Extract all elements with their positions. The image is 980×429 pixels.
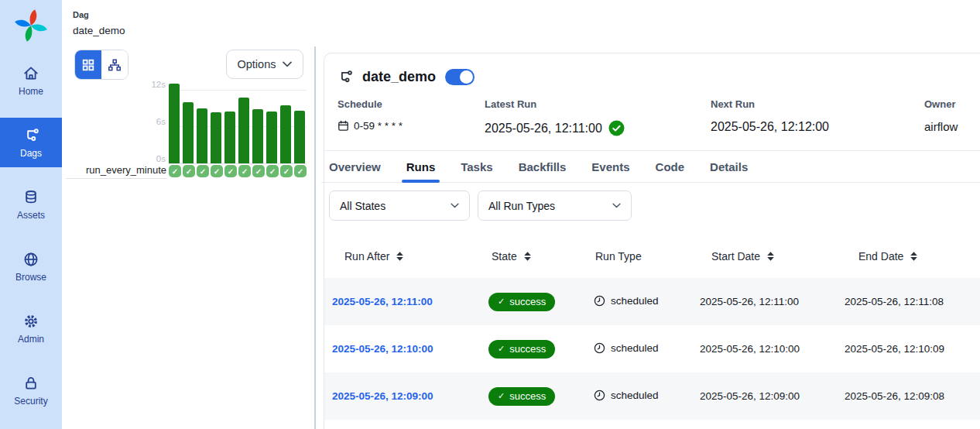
panel-resize-handle[interactable] — [314, 46, 316, 429]
success-check-circle-icon — [608, 120, 625, 136]
dag-pause-toggle[interactable] — [445, 69, 475, 85]
duration-bar[interactable] — [266, 112, 277, 163]
run-type-label: scheduled — [611, 342, 659, 354]
status-label: success — [509, 390, 546, 402]
calendar-icon — [338, 120, 349, 132]
status-badge: ✓success — [488, 387, 555, 406]
tab-overview[interactable]: Overview — [321, 151, 389, 182]
grid-icon — [81, 58, 95, 72]
sidebar-item-browse[interactable]: Browse — [0, 242, 62, 291]
tab-tasks[interactable]: Tasks — [453, 151, 500, 182]
tab-code[interactable]: Code — [648, 151, 693, 182]
task-run-state-badge[interactable]: ✓ — [224, 165, 237, 177]
airflow-logo[interactable] — [12, 5, 50, 46]
clock-icon — [594, 342, 605, 354]
state-filter-select[interactable]: All States — [329, 190, 470, 221]
task-run-state-badge[interactable]: ✓ — [238, 165, 251, 177]
task-run-state-badge[interactable]: ✓ — [280, 165, 293, 177]
database-icon — [22, 189, 39, 206]
task-run-state-badge[interactable]: ✓ — [294, 165, 307, 177]
graph-view-button[interactable] — [101, 50, 128, 79]
sort-icon[interactable] — [523, 251, 533, 262]
end-date: 2025-05-26, 12:10:09 — [845, 343, 944, 355]
duration-bar[interactable] — [224, 112, 235, 163]
task-run-state-badge[interactable]: ✓ — [197, 165, 209, 177]
duration-bar[interactable] — [211, 112, 221, 163]
run-type-label: scheduled — [611, 295, 659, 307]
sidebar-item-label: Admin — [18, 334, 44, 345]
table-row[interactable]: 2025-05-26, 12:09:00 ✓success scheduled … — [324, 372, 980, 420]
task-run-state-badge[interactable]: ✓ — [169, 165, 181, 177]
task-run-state-badge[interactable]: ✓ — [183, 165, 195, 177]
sidebar-item-label: Assets — [17, 210, 45, 221]
home-icon — [22, 65, 39, 82]
dag-info-row: Schedule 0-59 * * * * Latest Run 2025-05… — [324, 92, 980, 151]
sidebar-nav: Home Dags Assets Browse — [0, 56, 62, 415]
dag-title: date_demo — [362, 69, 436, 85]
column-header-label: End Date — [858, 250, 903, 263]
ytick-6s: 6s — [139, 117, 166, 126]
table-row[interactable]: 2025-05-26, 12:11:00 ✓success scheduled … — [324, 278, 980, 325]
status-badge: ✓success — [488, 340, 555, 359]
run-type-filter-value: All Run Types — [488, 200, 555, 212]
duration-bar[interactable] — [280, 105, 291, 163]
graph-icon — [108, 58, 122, 72]
tab-events[interactable]: Events — [584, 151, 637, 182]
column-header-state[interactable]: State — [473, 250, 585, 263]
sidebar-item-assets[interactable]: Assets — [0, 180, 62, 229]
info-label: Schedule — [338, 98, 485, 110]
sidebar-item-admin[interactable]: Admin — [0, 304, 62, 353]
sidebar-item-label: Browse — [15, 272, 46, 283]
column-header-end-date[interactable]: End Date — [833, 250, 980, 263]
run-after-link[interactable]: 2025-05-26, 12:09:00 — [332, 390, 433, 402]
sidebar-item-home[interactable]: Home — [0, 56, 62, 105]
dag-tabs: Overview Runs Tasks Backfills Events Cod… — [321, 151, 980, 183]
chevron-down-icon — [451, 203, 459, 208]
sidebar-item-label: Dags — [20, 148, 42, 159]
column-header-start-date[interactable]: Start Date — [682, 250, 833, 263]
task-run-state-badge[interactable]: ✓ — [252, 165, 265, 177]
run-after-link[interactable]: 2025-05-26, 12:10:00 — [332, 343, 433, 355]
breadcrumb: Dag — [73, 10, 89, 19]
duration-bar[interactable] — [183, 102, 194, 163]
dag-icon — [337, 69, 353, 85]
options-button[interactable]: Options — [226, 50, 303, 79]
sort-icon[interactable] — [909, 251, 919, 262]
sidebar-item-security[interactable]: Security — [0, 366, 62, 415]
duration-bar[interactable] — [294, 111, 305, 163]
task-run-state-badge[interactable]: ✓ — [266, 165, 279, 177]
status-badge: ✓success — [488, 293, 555, 311]
run-after-link[interactable]: 2025-05-26, 12:11:00 — [332, 296, 433, 307]
task-run-state-badge[interactable]: ✓ — [211, 165, 223, 177]
run-type-cell: scheduled — [594, 390, 659, 401]
status-label: success — [509, 296, 546, 307]
tab-backfills[interactable]: Backfills — [511, 151, 574, 182]
run-type-filter-select[interactable]: All Run Types — [478, 190, 632, 221]
sidebar-item-label: Home — [19, 86, 43, 97]
end-date: 2025-05-26, 12:11:08 — [845, 296, 944, 307]
task-name[interactable]: run_every_minute — [66, 164, 166, 179]
info-latest-run: Latest Run 2025-05-26, 12:11:00 — [485, 98, 711, 136]
latest-run-value[interactable]: 2025-05-26, 12:11:00 — [485, 122, 602, 136]
column-header-run-after[interactable]: Run After — [324, 250, 473, 263]
ytick-0s: 0s — [139, 154, 166, 163]
duration-bar[interactable] — [238, 98, 249, 163]
sidebar-item-dags[interactable]: Dags — [0, 118, 62, 167]
run-type-cell: scheduled — [594, 295, 659, 307]
schedule-value: 0-59 * * * * — [354, 120, 403, 132]
column-header-label: State — [492, 250, 517, 263]
sort-icon[interactable] — [395, 251, 405, 262]
duration-bar[interactable] — [169, 84, 180, 163]
table-row[interactable]: 2025-05-26, 12:10:00 ✓success scheduled … — [324, 325, 980, 372]
globe-icon — [22, 251, 39, 268]
tab-details[interactable]: Details — [702, 151, 756, 182]
sort-icon[interactable] — [766, 251, 776, 262]
state-filter-value: All States — [340, 200, 385, 212]
duration-bar[interactable] — [197, 108, 207, 163]
grid-view-button[interactable] — [75, 50, 101, 79]
lock-icon — [22, 375, 39, 392]
duration-bar[interactable] — [252, 109, 263, 163]
start-date: 2025-05-26, 12:10:00 — [700, 343, 800, 355]
column-header-run-type[interactable]: Run Type — [585, 250, 682, 263]
tab-runs[interactable]: Runs — [399, 151, 444, 182]
